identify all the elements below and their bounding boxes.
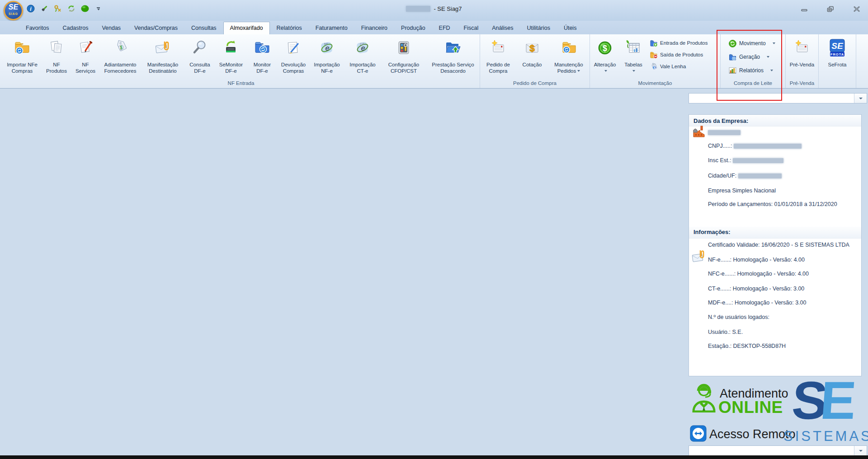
insc-masked [733, 158, 783, 163]
folder-plus-icon [650, 39, 658, 47]
button-label: NFProdutos [46, 62, 67, 74]
pedido-de-compra-button[interactable]: Pedido deCompra [480, 34, 516, 80]
button-label: ImportaçãoNF-e [314, 62, 340, 74]
tab-relatorios[interactable]: Relatórios [270, 22, 309, 34]
button-label: MonitorDF-e [254, 62, 271, 74]
group-caption: Pedido de Compra [480, 80, 590, 88]
combo-dropdown-button[interactable] [854, 94, 867, 103]
periodo-row: Período de Lançamentos: 01/01/2018 a 31/… [708, 201, 837, 207]
prestacao-servico-desacordo-button[interactable]: Prestação ServiçoDesacordo [426, 34, 480, 80]
importacao-cte-button[interactable]: CTe ImportaçãoCT-e [344, 34, 381, 80]
combo-dropdown-button[interactable] [854, 446, 867, 456]
tab-utilitarios[interactable]: Utilitários [520, 22, 557, 34]
remote-access-icon[interactable] [690, 425, 707, 442]
window-title-text: - SE Siag7 [434, 5, 462, 12]
tab-faturamento[interactable]: Faturamento [309, 22, 354, 34]
usuario-row: Usuário.: S.E. [708, 329, 743, 335]
tabelas-button[interactable]: Tabelas [620, 34, 647, 80]
tab-vendas[interactable]: Vendas [95, 22, 127, 34]
coin-dollar-icon: $ [596, 37, 614, 58]
small-button-label: Vale Lenha [660, 64, 686, 69]
magnifier-icon [191, 37, 209, 58]
consulta-dfe-button[interactable]: ConsultaDF-e [185, 34, 215, 80]
table-icon [624, 37, 642, 58]
entrada-de-produtos-button[interactable]: Entrada de Produtos [650, 38, 718, 47]
tab-cadastros[interactable]: Cadastros [56, 22, 95, 34]
button-label: Alteração [594, 62, 616, 74]
combo-field[interactable] [689, 446, 854, 456]
group-caption: Movimentação [590, 80, 720, 88]
window-controls [800, 5, 861, 13]
button-label: Pré-Venda [790, 62, 814, 68]
cidade-masked [738, 173, 782, 178]
minimize-button[interactable] [800, 5, 808, 13]
monitor-dfe-button[interactable]: MonitorDF-e [247, 34, 277, 80]
envelope-new-icon [489, 37, 507, 58]
button-label: Tabelas [624, 62, 642, 74]
bottom-edge-bar [0, 455, 868, 459]
devolucao-compras-button[interactable]: DevoluçãoCompras [277, 34, 310, 80]
vale-lenha-button[interactable]: $ Vale Lenha [650, 62, 718, 71]
configuracao-cfop-cst-button[interactable]: ConfiguraçãoCFOP/CST [381, 34, 426, 80]
estacao-row: Estação.: DESKTOP-558D87H [708, 343, 786, 349]
acesso-remoto-label[interactable]: Acesso Remoto [709, 427, 796, 441]
tab-uteis[interactable]: Úteis [557, 22, 583, 34]
tab-financeiro[interactable]: Financeiro [354, 22, 394, 34]
svg-text:$: $ [603, 44, 607, 53]
company-name-row [708, 129, 741, 136]
nfe-logo-icon: NFe [318, 37, 336, 58]
alteracao-button[interactable]: $ Alteração [590, 34, 620, 80]
importar-nfe-compras-button[interactable]: Importar NFeCompras [2, 34, 42, 80]
support-agent-icon[interactable] [690, 381, 718, 412]
nf-servicos-button[interactable]: NFServiços [71, 34, 100, 80]
importacao-nfe-button[interactable]: NFe ImportaçãoNF-e [310, 34, 344, 80]
group-pre-venda: Pré-Venda Pré-Venda [786, 34, 819, 88]
cte-logo-icon: CTe [354, 37, 372, 58]
price-tag-icon: $ [111, 37, 129, 58]
chevron-down-icon [859, 450, 863, 452]
usuarios-logados-row: N.º de usuários logados: [708, 314, 769, 320]
manutencao-pedidos-button[interactable]: ManutençãoPedidos [548, 34, 590, 80]
cotacao-button[interactable]: $ Cotação [516, 34, 548, 80]
semonitor-dfe-button[interactable]: SeMonitorDF-e [215, 34, 247, 80]
small-button-label: Entrada de Produtos [660, 40, 708, 46]
restore-button[interactable] [826, 5, 835, 13]
note-pencil-icon [284, 37, 302, 58]
tab-vendas-compras[interactable]: Vendas/Compras [127, 22, 184, 34]
close-button[interactable] [853, 5, 861, 13]
button-label: DevoluçãoCompras [281, 62, 306, 74]
tab-producao[interactable]: Produção [394, 22, 432, 34]
envelope-paperclip-icon [691, 249, 707, 264]
sefrota-button[interactable]: SEFROTA SeFrota [819, 34, 856, 80]
button-label: SeMonitorDF-e [219, 62, 243, 74]
adiantamento-fornecedores-button[interactable]: $ AdiantamentoFornecedores [100, 34, 141, 80]
cte-row: CT-e......: Homologação - Versão: 3.00 [708, 286, 804, 292]
nf-produtos-button[interactable]: NFProdutos [42, 34, 71, 80]
tab-almoxarifado[interactable]: Almoxarifado [223, 22, 270, 34]
pre-venda-button[interactable]: Pré-Venda [786, 34, 818, 80]
envelope-new-icon [793, 37, 811, 58]
tab-efd[interactable]: EFD [432, 22, 457, 34]
small-button-label: Saída de Produtos [660, 52, 703, 57]
envelope-paperclip-icon [154, 37, 172, 58]
app-window: SE SIAG i - SE Siag7 [0, 0, 868, 459]
button-label: SeFrota [828, 62, 847, 68]
tab-consultas[interactable]: Consultas [184, 22, 223, 34]
tab-analises[interactable]: Análises [485, 22, 520, 34]
manifestacao-destinatario-button[interactable]: ManifestaçãoDestinatário [141, 34, 185, 80]
saida-de-produtos-button[interactable]: Saída de Produtos [650, 50, 718, 59]
button-label: Importar NFeCompras [7, 62, 38, 74]
movimentacao-small-buttons: Entrada de Produtos Saída de Produtos $ … [647, 34, 720, 80]
online-label[interactable]: ONLINE [718, 398, 783, 417]
chevron-down-icon [859, 98, 863, 99]
company-name-masked [406, 6, 430, 12]
dropdown-arrow-icon [604, 70, 607, 72]
se-sistemas-logo: SE [790, 370, 858, 431]
mdfe-row: MDF-e....: Homologação - Versão: 3.00 [708, 300, 806, 306]
button-label: Pedido deCompra [486, 62, 510, 74]
nfce-row: NFC-e......: Homologação - Versão: 4.00 [708, 271, 809, 277]
tab-fiscal[interactable]: Fiscal [457, 22, 486, 34]
bottom-selector-combo[interactable] [689, 445, 867, 456]
group-sefrota: SEFROTA SeFrota [819, 34, 856, 88]
tab-favoritos[interactable]: Favoritos [19, 22, 56, 34]
